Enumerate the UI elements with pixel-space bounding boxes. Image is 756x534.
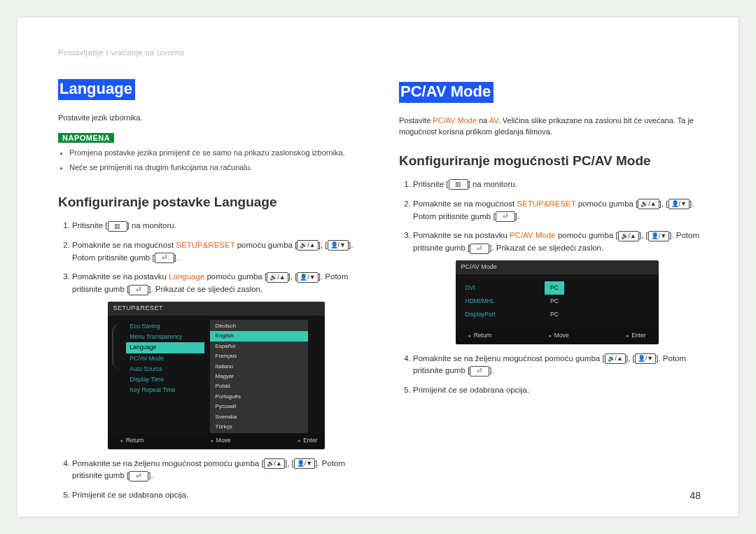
step: Pomaknite se na željenu mogućnost pomoću… [413,353,701,378]
osd-curve [112,323,122,370]
vol-up-icon [297,240,318,251]
step: Pomaknite se na mogućnost SETUP&RESET po… [72,239,360,265]
osd-value-item: PC [545,281,564,295]
steps-left: Pritisnite [] na monitoru. Pomaknite se … [58,220,360,502]
osd-language-item: Português [210,392,308,402]
enter-icon [496,211,515,222]
osd-label-item: HDMI/MHL [465,295,496,308]
user-down-icon [635,353,656,364]
osd-value-item: PC [545,308,564,321]
osd-return: Return [120,436,144,445]
osd-label-item: DVI [465,281,496,295]
intro-right: Postavite PC/AV Mode na AV. Veličina sli… [399,115,701,138]
note-list: Promjena postavke jezika primijenit će s… [58,147,360,174]
step: Primijenit će se odabrana opcija. [413,384,701,397]
osd-value-item: PC [545,295,564,308]
osd-move: Move [549,331,569,340]
user-down-icon [668,199,690,209]
osd-setup-reset: SETUP&RESET Eco SavingMenu TransparencyL… [108,302,325,449]
osd-menu-item: Auto Source [126,364,204,374]
osd-menu-item: Display Time [126,374,204,385]
menu-icon [108,221,127,232]
osd-menu-item: Language [126,342,204,353]
osd-language-item: Magyar [210,372,308,381]
osd-language-item: Svenska [210,412,308,422]
osd-language-list: DeutschEnglishEspañolFrançaisItalianoMag… [210,320,308,433]
enter-icon [470,366,489,377]
osd-menu-list: Eco SavingMenu TransparencyLanguagePC/AV… [126,320,204,433]
note-item: Promjena postavke jezika primijenit će s… [69,147,360,159]
subheading-right: Konfiguriranje mogućnosti PC/AV Mode [399,146,701,169]
osd-footer: Return Move Enter [456,328,659,344]
heading-language: Language [58,79,135,100]
vol-up-icon [264,458,285,469]
menu-icon [449,179,468,190]
osd-title: SETUP&RESET [108,302,325,316]
note-badge: NAPOMENA [58,133,114,143]
osd-language-item: Español [210,342,308,351]
user-down-icon [328,240,349,251]
vol-up-icon [638,199,659,209]
user-down-icon [297,272,318,283]
user-down-icon [294,458,315,469]
subheading-left: Konfiguriranje postavke Language [58,188,360,210]
vol-up-icon [267,272,288,283]
breadcrumb: Postavljanje i vraćanje na izvorno [58,48,360,57]
enter-icon [129,285,148,295]
user-down-icon [648,231,669,241]
step: Pomaknite se na postavku Language pomoću… [72,271,360,449]
osd-enter: Enter [626,331,646,340]
left-column: Postavljanje i vraćanje na izvorno Langu… [58,48,360,509]
osd-labels: DVIHDMI/MHLDisplayPort [465,281,496,322]
step: Pritisnite [] na monitoru. [413,178,701,191]
step: Pomaknite se na mogućnost SETUP&RESET po… [413,198,701,223]
enter-icon [470,244,489,254]
page-number: 48 [690,490,701,501]
osd-language-item: Italiano [210,362,308,372]
intro-left: Postavite jezik izbornika. [58,113,360,124]
osd-label-item: DisplayPort [465,308,496,321]
osd-language-item: Deutsch [210,321,308,331]
osd-menu-item: Eco Saving [126,321,204,332]
osd-pcav-mode: PC/AV Mode DVIHDMI/MHLDisplayPort PCPCPC… [456,260,659,344]
osd-return: Return [468,331,492,340]
steps-right: Pritisnite [] na monitoru. Pomaknite se … [399,178,701,397]
vol-up-icon [618,231,639,241]
enter-icon [155,253,174,263]
manual-page: Postavljanje i vraćanje na izvorno Langu… [18,17,738,517]
note-item: Neće se primijeniti na drugim funkcijama… [69,162,360,174]
osd-language-item: Français [210,351,308,361]
vol-up-icon [605,353,626,364]
enter-icon [129,471,148,482]
osd-menu-item: PC/AV Mode [126,353,204,364]
osd-language-item: Türkçe [210,422,308,432]
osd-menu-item: Key Repeat Time [126,385,204,395]
osd-footer: Return Move Enter [108,433,325,449]
heading-pcav: PC/AV Mode [399,82,493,103]
step: Pomaknite se na postavku PC/AV Mode pomo… [413,230,701,344]
osd-language-item: Polski [210,381,308,391]
osd-language-item: Русский [210,402,308,412]
right-column: PC/AV Mode Postavite PC/AV Mode na AV. V… [399,48,701,509]
step: Pritisnite [] na monitoru. [72,220,360,232]
osd-title: PC/AV Mode [456,260,659,274]
osd-enter: Enter [298,436,318,445]
osd-values: PCPCPC [545,281,564,322]
osd-menu-item: Menu Transparency [126,332,204,342]
osd-move: Move [211,436,231,445]
step: Primijenit će se odabrana opcija. [72,489,360,502]
step: Pomaknite se na željenu mogućnost pomoću… [72,458,360,483]
osd-language-item: English [210,331,308,341]
